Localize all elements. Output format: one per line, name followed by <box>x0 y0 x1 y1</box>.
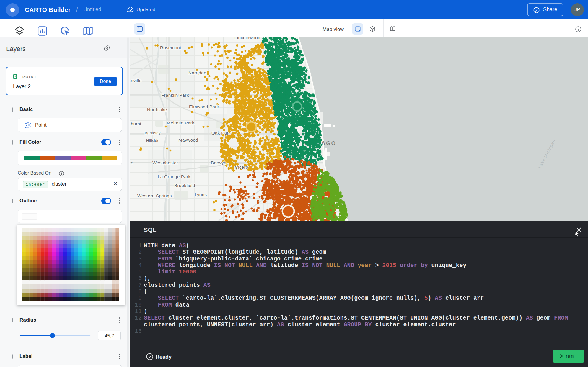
svg-text:Norridge: Norridge <box>188 70 206 75</box>
svg-text:Oak Par: Oak Par <box>211 130 229 135</box>
svg-text:Melrose Park: Melrose Park <box>167 120 194 125</box>
svg-text:Western Springs: Western Springs <box>137 193 172 198</box>
svg-text:Franklin Park: Franklin Park <box>161 93 189 98</box>
svg-text:Berwyn: Berwyn <box>211 160 226 165</box>
svg-text:Elmwood Park: Elmwood Park <box>189 104 219 109</box>
svg-text:hurst: hurst <box>131 121 141 126</box>
svg-text:Northlake: Northlake <box>147 107 167 112</box>
svg-text:Lyons: Lyons <box>195 192 207 197</box>
svg-text:Hillside: Hillside <box>146 138 159 143</box>
svg-text:nville: nville <box>131 78 142 83</box>
svg-text:Westchester: Westchester <box>152 160 178 165</box>
svg-text:Berkeley: Berkeley <box>145 131 161 135</box>
svg-text:Lincolnwood: Lincolnwood <box>234 37 260 40</box>
svg-text:Brookfield: Brookfield <box>174 183 195 188</box>
svg-text:Maywood: Maywood <box>178 137 198 142</box>
svg-text:Rosemont: Rosemont <box>160 45 181 50</box>
svg-text:Cicero: Cicero <box>235 165 248 170</box>
svg-text:La Grange Park: La Grange Park <box>158 174 191 179</box>
svg-text:e: e <box>131 161 133 165</box>
